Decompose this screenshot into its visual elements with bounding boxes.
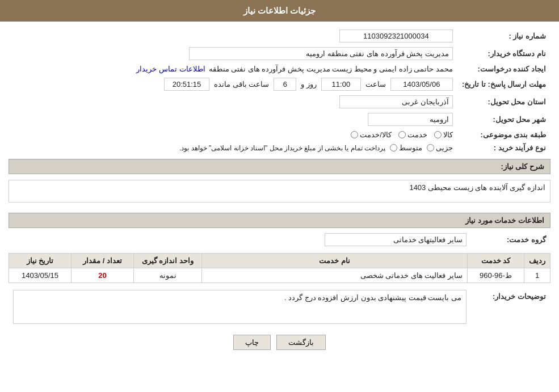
cell-date: 1403/05/15 <box>9 268 72 283</box>
category-radio-khedmat[interactable]: خدمت <box>398 130 427 139</box>
need-desc-section-header: شرح کلی نیاز: <box>9 159 550 174</box>
purchase-type-radio-jozi[interactable]: جزیی <box>427 144 453 152</box>
creator-contact-link[interactable]: اطلاعات تماس خریدار <box>136 65 205 73</box>
col-row: ردیف <box>524 254 550 268</box>
buyer-org-label: نام دستگاه خریدار: <box>457 45 550 62</box>
province-value: آذربایجان غربی <box>339 95 453 108</box>
response-date: 1403/05/06 <box>390 78 453 91</box>
page-title: جزئیات اطلاعات نیاز <box>0 0 559 22</box>
category-label: طبقه بندی موضوعی: <box>457 128 550 141</box>
response-time-label: ساعت <box>365 80 386 88</box>
cell-unit: نمونه <box>134 268 202 283</box>
service-group-value: سایر فعالیتهای خدماتی <box>325 233 466 246</box>
cell-code: ط-96-960 <box>468 268 524 283</box>
category-radio-group: کالا خدمت کالا/خدمت <box>351 130 453 139</box>
button-row: بازگشت چاپ <box>9 335 550 350</box>
city-label: شهر محل تحویل: <box>457 111 550 128</box>
col-name: نام خدمت <box>202 254 468 268</box>
service-group-label: گروه خدمت: <box>471 231 550 248</box>
category-radio3-label: کالا/خدمت <box>360 130 392 139</box>
col-code: کد خدمت <box>468 254 524 268</box>
province-label: استان محل تحویل: <box>457 93 550 111</box>
col-date: تاریخ نیاز <box>9 254 72 268</box>
creator-label: ایجاد کننده درخواست: <box>457 62 550 75</box>
response-time: 11:00 <box>321 78 361 91</box>
buyer-desc-label: توضیحات خریدار: <box>471 288 550 326</box>
remaining-label: ساعت باقی مانده <box>214 80 269 88</box>
need-number-value: 1103092321000034 <box>339 29 453 43</box>
response-deadline-label: مهلت ارسال پاسخ: تا تاریخ: <box>457 75 550 93</box>
category-radio1-label: کالا <box>443 130 453 139</box>
category-radio-kala-khedmat[interactable]: کالا/خدمت <box>351 130 392 139</box>
cell-row: 1 <box>524 268 550 283</box>
remaining-time: 20:51:15 <box>164 78 209 91</box>
purchase-type-radio2-label: متوسط <box>399 144 422 152</box>
purchase-type-desc: پرداخت تمام یا بخشی از مبلغ خریداز محل "… <box>179 144 385 152</box>
col-unit: واحد اندازه گیری <box>134 254 202 268</box>
city-value: ارومیه <box>368 113 453 126</box>
services-table: ردیف کد خدمت نام خدمت واحد اندازه گیری ت… <box>9 253 550 283</box>
purchase-type-radio1-label: جزیی <box>436 144 453 152</box>
services-section-header: اطلاعات خدمات مورد نیاز <box>9 213 550 228</box>
response-days: 6 <box>274 78 296 91</box>
col-qty: تعداد / مقدار <box>72 254 134 268</box>
creator-value: محمد حاتمی زاده ایمنی و محیط زیست مدیریت… <box>209 65 453 73</box>
response-day-label: روز و <box>301 80 317 88</box>
back-button[interactable]: بازگشت <box>276 335 326 350</box>
need-number-label: شماره نیاز : <box>457 27 550 45</box>
buyer-org-value: مدیریت پخش فرآورده های نفتی منطقه ارومیه <box>189 47 453 60</box>
need-desc-value: اندازه گیری آلاینده های زیست محیطی 1403 <box>9 180 550 203</box>
category-radio2-label: خدمت <box>407 130 427 139</box>
print-button[interactable]: چاپ <box>233 335 271 350</box>
buyer-desc-value: می بایست قیمت پیشنهادی بدون ارزش افزوده … <box>13 290 466 324</box>
purchase-type-label: نوع فرآیند خرید : <box>457 141 550 154</box>
table-row: 1 ط-96-960 سایر فعالیت های خدماتی شخصی ن… <box>9 268 550 283</box>
category-radio-kala[interactable]: کالا <box>434 130 453 139</box>
cell-name: سایر فعالیت های خدماتی شخصی <box>202 268 468 283</box>
purchase-type-radio-motavaset[interactable]: متوسط <box>390 144 422 152</box>
cell-qty: 20 <box>72 268 134 283</box>
